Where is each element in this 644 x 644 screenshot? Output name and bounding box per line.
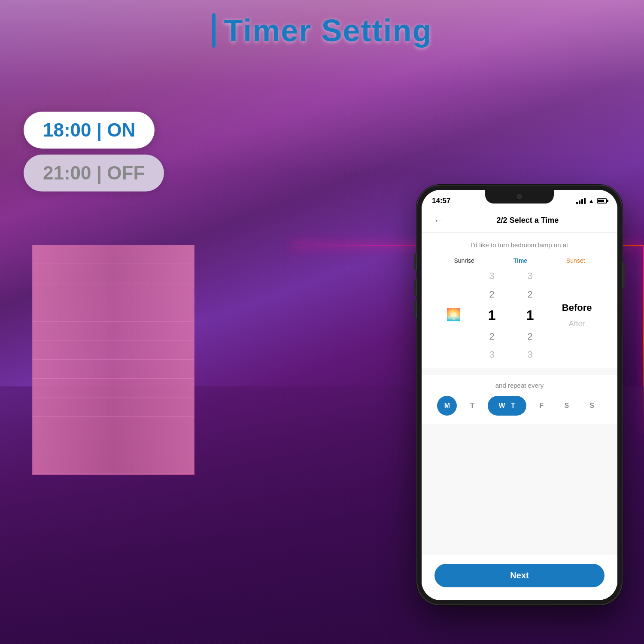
nav-bar: ← 2/2 Select a Time (422, 209, 617, 233)
day-tuesday[interactable]: T (462, 396, 482, 416)
signal-bar-2 (579, 200, 580, 204)
min-item-3b: 3 (528, 346, 533, 364)
timer-on-badge: 18:00 | ON (24, 112, 155, 149)
blind-slat (33, 379, 194, 398)
back-button[interactable]: ← (430, 212, 447, 230)
timer-on-label: 18:00 | ON (43, 119, 135, 140)
timer-off-label: 21:00 | OFF (43, 162, 145, 183)
title-text: Timer Setting (224, 13, 432, 48)
battery-icon (597, 198, 607, 204)
wifi-icon: ▲ (588, 197, 594, 204)
subtitle-text: I'd like to turn bedroom lamp on at (422, 233, 617, 253)
minutes-column[interactable]: 3 2 1 2 3 (519, 267, 541, 364)
sunrise-column[interactable]: 🌅 (443, 307, 465, 323)
next-button-area: Next (422, 555, 617, 600)
hours-column[interactable]: 3 2 1 2 3 (481, 267, 503, 364)
phone-mockup: 14:57 ▲ ← 2/2 Select a Ti (416, 185, 623, 605)
sunrise-icon: 🌅 (446, 307, 461, 322)
hour-item-selected: 1 (488, 304, 496, 327)
min-item-3: 3 (528, 267, 533, 285)
day-wednesday-thursday[interactable]: W T (488, 396, 526, 416)
blind-slat (33, 398, 194, 417)
window-area (32, 245, 213, 515)
day-friday[interactable]: F (532, 396, 551, 416)
screen-content: I'd like to turn bedroom lamp on at Sunr… (422, 233, 617, 600)
picker-header: Sunrise Time Sunset (422, 257, 617, 267)
title-bar-decoration (212, 13, 216, 48)
min-item-2: 2 (528, 286, 533, 304)
hour-item-3: 3 (489, 267, 494, 285)
day-saturday[interactable]: S (557, 396, 577, 416)
status-icons: ▲ (576, 197, 607, 204)
time-picker-section[interactable]: Sunrise Time Sunset 🌅 3 2 (422, 253, 617, 368)
blind-slat (33, 245, 194, 264)
day-buttons: M T W T F S S (434, 396, 605, 416)
blind-slat (33, 264, 194, 283)
signal-bar-3 (581, 199, 583, 204)
phone-notch (485, 190, 554, 204)
battery-fill (598, 200, 604, 202)
blind-slat (33, 340, 194, 359)
blind-slat (33, 455, 194, 474)
min-item-selected: 1 (526, 304, 534, 327)
blind-slat (33, 283, 194, 302)
next-button[interactable]: Next (434, 564, 605, 587)
hour-item-3b: 3 (489, 346, 494, 364)
timer-off-badge: 21:00 | OFF (24, 155, 164, 191)
signal-bars (576, 198, 586, 204)
hour-item-2: 2 (489, 286, 494, 304)
phone-outer-frame: 14:57 ▲ ← 2/2 Select a Ti (416, 185, 623, 605)
repeat-label: and repeat every (434, 382, 605, 389)
spacer (422, 424, 617, 555)
day-monday[interactable]: M (437, 396, 457, 416)
blind-slat (33, 417, 194, 436)
blind-panel (32, 245, 194, 475)
min-item-2b: 2 (528, 328, 533, 346)
blind-slat (33, 360, 194, 379)
page-title: Timer Setting (0, 13, 644, 48)
blind-slat (33, 322, 194, 340)
before-after-column[interactable]: Before After (558, 300, 596, 331)
blind-slat (33, 302, 194, 321)
camera (517, 194, 522, 199)
signal-bar-4 (584, 198, 586, 204)
before-item: Before (558, 300, 596, 316)
signal-bar-1 (576, 202, 578, 204)
nav-title: 2/2 Select a Time (447, 216, 609, 225)
picker-header-sunrise: Sunrise (454, 257, 474, 264)
picker-header-time: Time (513, 257, 527, 264)
phone-screen: 14:57 ▲ ← 2/2 Select a Ti (422, 190, 617, 600)
picker-header-sunset: Sunset (566, 257, 585, 264)
blind-slat (33, 436, 194, 455)
hour-item-2b: 2 (489, 328, 494, 346)
picker-body: 🌅 3 2 1 2 3 3 2 (422, 267, 617, 364)
after-item: After (565, 317, 589, 331)
status-time: 14:57 (432, 197, 450, 205)
repeat-section: and repeat every M T W T F S S (422, 375, 617, 424)
day-sunday[interactable]: S (582, 396, 602, 416)
